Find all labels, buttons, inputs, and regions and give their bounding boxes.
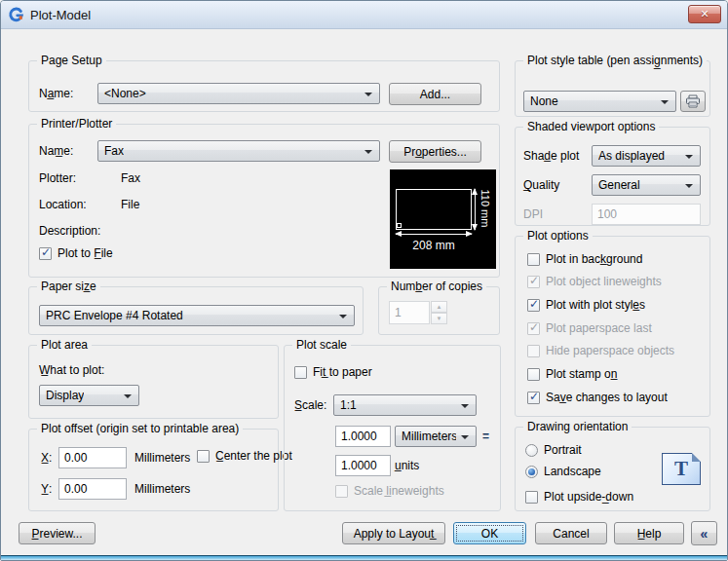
plot-style-value: None: [530, 94, 558, 108]
dialog-body: Page Setup Na̲me: <None> Add... Printer/…: [1, 29, 727, 555]
chevron-down-icon: [685, 155, 693, 159]
shaded-viewport-group: Shaded viewport options Shad̲e plot As d…: [515, 127, 710, 226]
paper-size-group: Paper siz̲e PRC Envelope #4 Rotated: [28, 286, 364, 335]
plot-paperspace-last-row: Plot paperspace last: [527, 321, 652, 335]
page-setup-name-value: <None>: [104, 87, 146, 100]
plot-paperspace-last-checkbox[interactable]: [527, 322, 540, 335]
paper-size-legend: Paper siz̲e: [37, 280, 100, 293]
plot-offset-legend: Plot offset (origin set to printable are…: [37, 422, 243, 435]
shade-plot-value: As displayed: [598, 149, 665, 163]
app-logo-icon: [8, 7, 24, 23]
location-label: Location:: [39, 198, 87, 211]
plot-upside-down-checkbox[interactable]: [525, 491, 538, 504]
paper-units-name: Millimeters: [402, 430, 456, 443]
quality-value: General: [598, 178, 640, 192]
plot-object-lineweights-row: Plot object lineweights: [527, 275, 662, 288]
printer-plotter-legend: Printer/Plotter: [37, 117, 116, 131]
paper-preview: 208 mm 110 mm: [390, 169, 496, 269]
scale-select[interactable]: 1:1: [333, 394, 477, 416]
plot-in-background-checkbox[interactable]: [527, 253, 540, 266]
paper-size-value: PRC Envelope #4 Rotated: [46, 309, 183, 322]
printer-name-select[interactable]: Fax: [97, 140, 380, 162]
add-button[interactable]: Add...: [389, 83, 481, 105]
fit-to-paper-label: Fit̲ to paper: [313, 365, 372, 379]
fit-to-paper-row: Fit̲ to paper: [294, 365, 372, 379]
spin-up-icon[interactable]: ▲: [431, 301, 447, 313]
what-to-plot-value: Display: [46, 389, 84, 402]
properties-button[interactable]: Pro̲perties...: [389, 140, 481, 163]
apply-to-layout-button[interactable]: Apply to Layout̲: [342, 522, 445, 544]
plot-area-group: Plot area W̲hat to plot: Display: [28, 345, 279, 419]
arrow-down-icon: [472, 224, 478, 231]
shade-plot-select[interactable]: As displayed: [592, 145, 701, 167]
landscape-radio[interactable]: [525, 466, 538, 478]
what-to-plot-label: W̲hat to plot:: [39, 363, 104, 377]
hide-paperspace-objects-checkbox[interactable]: [527, 345, 540, 357]
hide-paperspace-objects-label: Hide paperspace objects: [546, 344, 674, 357]
save-changes-label: Sav̲e changes to layout: [546, 391, 668, 404]
plot-offset-group: Plot offset (origin set to printable are…: [28, 429, 279, 511]
copies-input[interactable]: 1: [389, 301, 430, 324]
plot-to-file-row: Plot to F̲ile: [39, 246, 113, 260]
copies-spinner: 1 ▲ ▼: [389, 301, 447, 324]
scale-lineweights-label: Scale l̲ineweights: [354, 484, 444, 498]
preview-button[interactable]: P̲review...: [19, 522, 96, 544]
quality-select[interactable]: General: [592, 174, 701, 196]
printer-name-value: Fax: [104, 144, 124, 158]
page-setup-name-select[interactable]: <None>: [97, 83, 380, 104]
offset-x-input[interactable]: 0.00: [58, 447, 127, 468]
plot-style-select[interactable]: None: [523, 91, 676, 112]
offset-x-unit-label: Millimeters: [134, 451, 190, 465]
ok-button[interactable]: OK: [453, 522, 526, 544]
drawing-units-input[interactable]: 1.0000: [335, 455, 391, 476]
plot-in-background-label: Plot in back̲ground: [546, 252, 642, 266]
scale-lineweights-checkbox[interactable]: [335, 485, 348, 498]
chevron-down-icon: [124, 394, 132, 398]
title-bar[interactable]: Plot-Model ✕: [1, 1, 727, 29]
fit-to-paper-checkbox[interactable]: [294, 366, 307, 379]
paper-units-input[interactable]: 1.0000: [335, 426, 391, 447]
center-plot-checkbox[interactable]: [197, 450, 210, 463]
paper-units-select[interactable]: Millimeters: [395, 426, 477, 447]
dpi-input[interactable]: 100: [592, 204, 701, 225]
plot-stamp-on-row: Plot stamp on̲: [527, 367, 617, 381]
orientation-letter: T: [674, 459, 688, 479]
paper-size-select[interactable]: PRC Envelope #4 Rotated: [39, 305, 355, 326]
landscape-row: Landscape: [525, 465, 601, 478]
save-changes-checkbox[interactable]: [527, 392, 540, 404]
paper-width-label: 208 mm: [396, 239, 472, 252]
plot-options-group: Plot options Plot in back̲ground Plot ob…: [515, 236, 710, 417]
units-label: u̲nits: [395, 459, 419, 472]
center-plot-row: C̲enter the plot: [197, 449, 292, 463]
plot-style-table-legend: Plot style table (pen assig̲nments): [523, 54, 707, 67]
spin-down-icon[interactable]: ▼: [431, 313, 447, 324]
paper-height-label: 110 mm: [479, 187, 491, 230]
chevron-down-icon: [661, 100, 669, 104]
plot-style-table-group: Plot style table (pen assig̲nments) None: [515, 60, 710, 117]
plot-object-lineweights-checkbox[interactable]: [527, 276, 540, 288]
chevron-down-icon: [685, 184, 693, 188]
plot-stamp-on-checkbox[interactable]: [527, 368, 540, 381]
close-icon: ✕: [700, 9, 709, 19]
what-to-plot-select[interactable]: Display: [39, 385, 139, 406]
origin-marker: [397, 223, 402, 228]
save-changes-row: Sav̲e changes to layout: [527, 391, 668, 404]
plot-to-file-checkbox[interactable]: [39, 247, 52, 260]
help-button[interactable]: H̲elp: [614, 522, 684, 544]
printer-plotter-group: Printer/Plotter Nam̲e: Fax Pro̲perties..…: [28, 124, 500, 278]
offset-y-label: Y̲:: [41, 482, 52, 496]
plot-dialog-window: Plot-Model ✕ Page Setup Na̲me: <None> Ad…: [0, 0, 728, 561]
close-button[interactable]: ✕: [688, 5, 721, 23]
arrow-left-icon: [395, 231, 402, 237]
cancel-button[interactable]: Cancel: [535, 522, 607, 544]
offset-y-unit-label: Millimeters: [134, 482, 190, 496]
width-dimension-line: [396, 234, 472, 235]
plot-with-plot-styles-checkbox[interactable]: [527, 299, 540, 312]
portrait-radio[interactable]: [525, 444, 538, 457]
plot-options-legend: Plot options: [523, 229, 593, 243]
collapse-dialog-button[interactable]: «: [691, 521, 717, 545]
page-setup-legend: Page Setup: [37, 54, 106, 67]
copies-spin-buttons[interactable]: ▲ ▼: [431, 301, 447, 324]
plot-style-editor-button[interactable]: [680, 91, 706, 112]
offset-y-input[interactable]: 0.00: [58, 478, 127, 500]
